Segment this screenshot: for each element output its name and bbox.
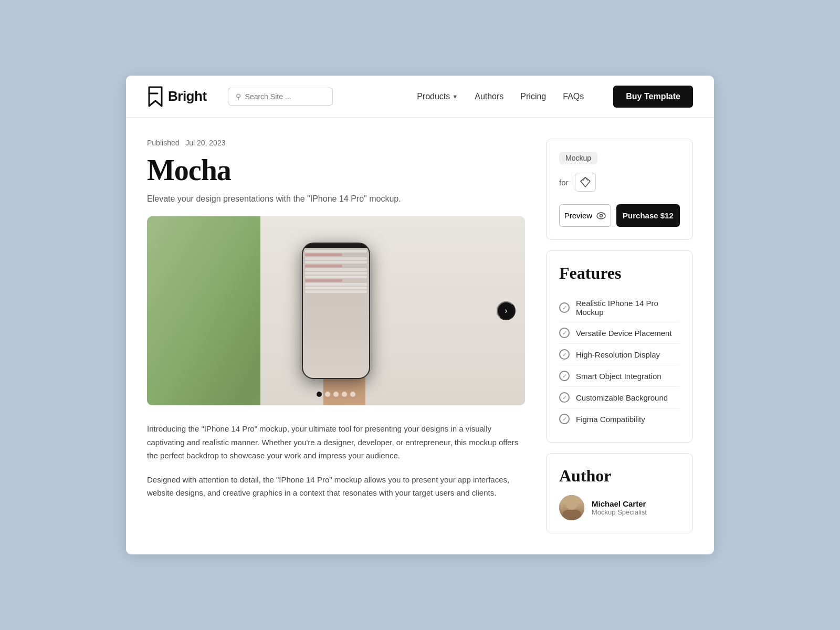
header: Bright ⚲ Products ▼ Authors Pricing FAQs…: [126, 76, 714, 118]
product-tag: Mockup: [559, 152, 597, 164]
product-subtitle: Elevate your design presentations with t…: [147, 194, 525, 204]
author-role: Mockup Specialist: [592, 508, 647, 516]
feature-item-1: ✓ Realistic IPhone 14 Pro Mockup: [559, 293, 680, 322]
svg-point-1: [600, 214, 603, 217]
phone-screen: [303, 248, 369, 378]
main-content: Published Jul 20, 2023 Mocha Elevate you…: [126, 118, 714, 554]
article-content: Published Jul 20, 2023 Mocha Elevate you…: [147, 139, 525, 533]
buy-template-button[interactable]: Buy Template: [613, 86, 693, 108]
author-row: Michael Carter Mockup Specialist: [559, 495, 680, 520]
purchase-button[interactable]: Purchase $12: [616, 204, 680, 227]
product-title: Mocha: [147, 153, 525, 187]
feature-item-6: ✓ Figma Compatibility: [559, 408, 680, 429]
nav-item-products[interactable]: Products ▼: [417, 92, 458, 101]
screen-content: [303, 248, 369, 378]
check-icon-6: ✓: [559, 414, 570, 424]
logo[interactable]: Bright: [147, 86, 207, 107]
for-row: for: [559, 173, 680, 192]
search-input[interactable]: [245, 92, 325, 101]
image-carousel: ›: [147, 216, 525, 405]
author-info: Michael Carter Mockup Specialist: [592, 499, 647, 516]
room-bg: [260, 216, 525, 405]
main-window: Bright ⚲ Products ▼ Authors Pricing FAQs…: [126, 76, 714, 554]
description-paragraph-1: Introducing the "IPhone 14 Pro" mockup, …: [147, 422, 525, 463]
nav-item-pricing[interactable]: Pricing: [520, 92, 546, 101]
dot-5[interactable]: [350, 392, 355, 397]
check-icon-3: ✓: [559, 349, 570, 360]
nav: Products ▼ Authors Pricing FAQs: [417, 92, 584, 101]
features-card: Features ✓ Realistic IPhone 14 Pro Mocku…: [546, 250, 693, 443]
action-buttons: Preview Purchase $12: [559, 204, 680, 227]
nav-item-faqs[interactable]: FAQs: [563, 92, 584, 101]
phone-notch: [326, 244, 346, 248]
diamond-badge: [575, 173, 596, 192]
author-title: Author: [559, 466, 680, 486]
carousel-dots: [317, 392, 355, 397]
features-title: Features: [559, 264, 680, 283]
svg-point-0: [597, 213, 605, 219]
carousel-next-button[interactable]: ›: [497, 301, 516, 320]
dot-4[interactable]: [342, 392, 347, 397]
dot-1[interactable]: [317, 392, 322, 397]
feature-list: ✓ Realistic IPhone 14 Pro Mockup ✓ Versa…: [559, 293, 680, 429]
search-box[interactable]: ⚲: [228, 88, 333, 106]
feature-item-5: ✓ Customizable Background: [559, 387, 680, 408]
for-label: for: [559, 178, 569, 187]
diamond-icon: [580, 177, 591, 187]
logo-text: Bright: [168, 88, 207, 104]
avatar: [559, 495, 584, 520]
product-card: Mockup for Preview: [546, 139, 693, 240]
preview-button[interactable]: Preview: [559, 204, 611, 227]
description-paragraph-2: Designed with attention to detail, the "…: [147, 473, 525, 500]
published-date: Published Jul 20, 2023: [147, 139, 525, 147]
mockup-scene: [147, 216, 525, 405]
dot-3[interactable]: [333, 392, 339, 397]
sidebar: Mockup for Preview: [546, 139, 693, 533]
nav-item-authors[interactable]: Authors: [475, 92, 503, 101]
dot-2[interactable]: [325, 392, 330, 397]
author-card: Author Michael Carter Mockup Specialist: [546, 453, 693, 533]
feature-item-2: ✓ Versatile Device Placement: [559, 322, 680, 344]
check-icon-5: ✓: [559, 392, 570, 403]
check-icon-4: ✓: [559, 371, 570, 381]
eye-icon: [596, 212, 606, 219]
phone-mockup: [302, 243, 370, 379]
check-icon-2: ✓: [559, 328, 570, 338]
chevron-down-icon: ▼: [452, 93, 458, 100]
author-name: Michael Carter: [592, 499, 647, 508]
search-icon: ⚲: [236, 92, 241, 101]
feature-item-4: ✓ Smart Object Integration: [559, 365, 680, 387]
feature-item-3: ✓ High-Resolution Display: [559, 344, 680, 365]
check-icon-1: ✓: [559, 302, 570, 313]
logo-icon: [147, 86, 164, 107]
